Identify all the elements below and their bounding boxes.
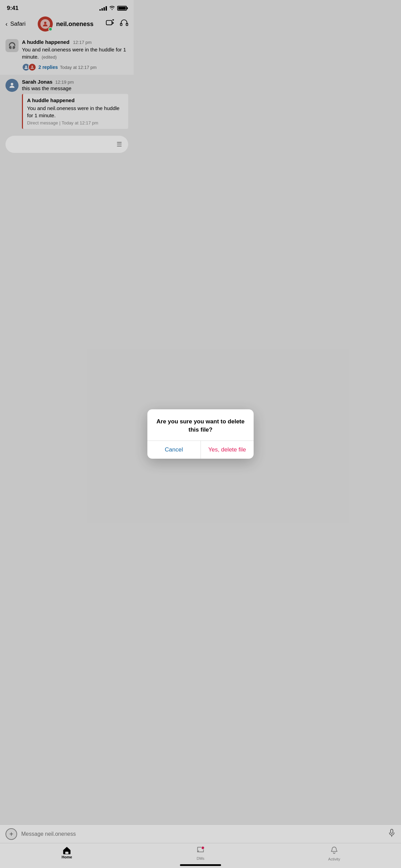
modal-overlay: Are you sure you want to delete this fil… [0, 0, 134, 289]
